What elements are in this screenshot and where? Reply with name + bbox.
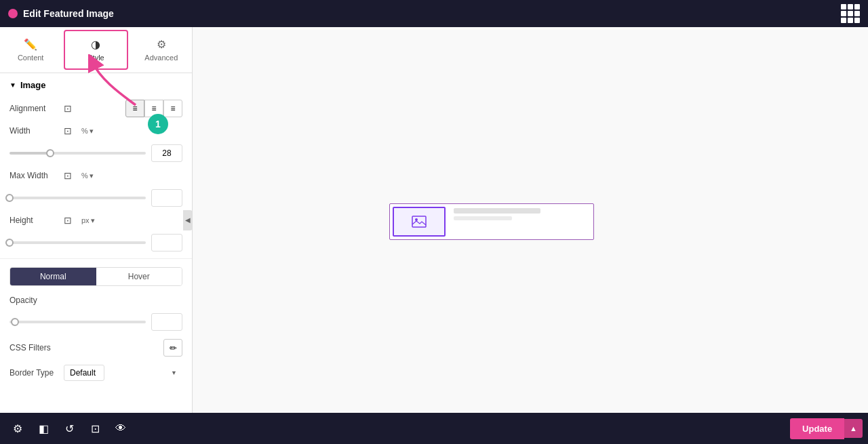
- image-section-header[interactable]: ▼ Image: [0, 73, 192, 96]
- settings-icon[interactable]: ⚙: [5, 416, 30, 441]
- max-width-row: Max Width ⊡ % ▾: [0, 166, 192, 185]
- alignment-responsive-icon: ⊡: [64, 103, 72, 114]
- tab-advanced-label: Advanced: [144, 54, 178, 62]
- align-right-button[interactable]: ≡: [163, 100, 182, 117]
- update-button[interactable]: Update: [790, 418, 844, 439]
- section-arrow: ▼: [9, 81, 16, 89]
- width-label: Width: [9, 126, 58, 136]
- responsive-icon[interactable]: ⊡: [83, 416, 107, 441]
- featured-image-element[interactable]: [389, 203, 594, 240]
- layers-icon[interactable]: ◧: [31, 416, 56, 441]
- width-unit[interactable]: % ▾: [81, 127, 94, 136]
- max-width-unit[interactable]: % ▾: [81, 171, 94, 180]
- max-width-slider-container: [9, 189, 182, 207]
- brand-dot: [8, 9, 18, 18]
- height-unit[interactable]: px ▾: [81, 216, 95, 225]
- height-input[interactable]: [151, 234, 182, 251]
- update-button-group: Update ▲: [790, 418, 863, 439]
- max-width-input[interactable]: [151, 189, 182, 207]
- canvas-image-block: [393, 207, 446, 237]
- bottom-toolbar: ⚙ ◧ ↺ ⊡ 👁 Update ▲: [0, 413, 868, 444]
- grid-icon[interactable]: [841, 4, 860, 23]
- opacity-slider-row: [0, 309, 192, 335]
- width-slider[interactable]: [9, 152, 146, 155]
- height-slider[interactable]: [9, 241, 146, 244]
- max-width-label: Max Width: [9, 171, 58, 180]
- history-icon[interactable]: ↺: [57, 416, 81, 441]
- tab-content-label: Content: [18, 54, 44, 62]
- state-hover-button[interactable]: Hover: [96, 268, 182, 285]
- tab-style[interactable]: ◑ Style: [64, 30, 127, 70]
- state-normal-button[interactable]: Normal: [10, 268, 96, 285]
- top-bar: Edit Featured Image: [0, 0, 868, 27]
- state-toggle: Normal Hover: [9, 267, 182, 286]
- opacity-slider[interactable]: [9, 321, 146, 323]
- advanced-icon: ⚙: [157, 38, 166, 51]
- edit-icon: ✏: [170, 343, 177, 353]
- image-placeholder-icon: [412, 216, 427, 228]
- border-type-select[interactable]: Default Solid Dashed Dotted Double Groov…: [64, 365, 104, 381]
- width-responsive-icon: ⊡: [64, 125, 72, 136]
- update-chevron-button[interactable]: ▲: [844, 419, 863, 438]
- sidebar: ✏️ Content ◑ Style ⚙ Advanced 1: [0, 27, 193, 413]
- opacity-input[interactable]: [151, 313, 182, 331]
- tab-bar: ✏️ Content ◑ Style ⚙ Advanced: [0, 27, 192, 73]
- toolbar-icon-group: ⚙ ◧ ↺ ⊡ 👁: [5, 416, 133, 441]
- canvas-content-area: [448, 204, 593, 239]
- panel-title: Edit Featured Image: [23, 8, 114, 19]
- canvas-area: [193, 27, 868, 413]
- width-slider-container: 28: [9, 144, 182, 162]
- height-row: Height ⊡ px ▾: [0, 211, 192, 230]
- height-label: Height: [9, 216, 58, 225]
- border-type-row: Border Type Default Solid Dashed Dotted …: [0, 361, 192, 385]
- style-icon: ◑: [91, 38, 100, 51]
- opacity-label: Opacity: [9, 296, 58, 305]
- step-badge: 1: [148, 114, 168, 134]
- border-type-label: Border Type: [9, 368, 58, 378]
- css-filters-row: CSS Filters ✏: [0, 335, 192, 361]
- align-left-button[interactable]: ≡: [125, 100, 144, 117]
- opacity-slider-container: [9, 313, 182, 331]
- sidebar-collapse-handle[interactable]: ◀: [183, 210, 193, 230]
- height-slider-row: [0, 230, 192, 256]
- tab-content[interactable]: ✏️ Content: [0, 27, 61, 73]
- svg-rect-0: [412, 216, 426, 227]
- width-input[interactable]: 28: [151, 144, 182, 162]
- width-slider-row: 28: [0, 140, 192, 166]
- section-label: Image: [20, 80, 46, 90]
- css-filters-edit-button[interactable]: ✏: [163, 339, 182, 357]
- max-width-slider[interactable]: [9, 197, 146, 199]
- eye-icon[interactable]: 👁: [108, 416, 133, 441]
- max-width-responsive-icon: ⊡: [64, 170, 72, 181]
- content-icon: ✏️: [24, 38, 37, 51]
- alignment-label: Alignment: [9, 104, 58, 113]
- tab-advanced[interactable]: ⚙ Advanced: [131, 27, 192, 73]
- max-width-slider-row: [0, 185, 192, 211]
- opacity-row: Opacity: [0, 291, 192, 309]
- css-filters-label: CSS Filters: [9, 343, 163, 352]
- height-responsive-icon: ⊡: [64, 215, 72, 226]
- tab-style-label: Style: [87, 54, 104, 62]
- border-type-select-wrapper: Default Solid Dashed Dotted Double Groov…: [64, 365, 182, 381]
- height-slider-container: [9, 234, 182, 251]
